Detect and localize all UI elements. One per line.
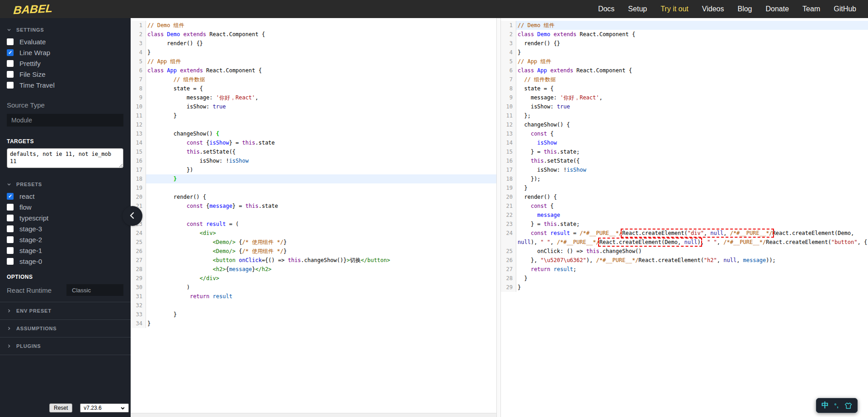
checkbox[interactable]: [7, 71, 14, 78]
code-line[interactable]: 18 }: [131, 174, 496, 183]
checkbox[interactable]: [7, 236, 14, 243]
code-line[interactable]: 24 const result = /*#__PURE__*/React.cre…: [501, 229, 868, 247]
code-line[interactable]: 6class App extends React.Component {: [131, 66, 496, 75]
code-line[interactable]: 12 changeShow() {: [501, 120, 868, 129]
code-line[interactable]: 8 state = {: [501, 84, 868, 93]
code-line[interactable]: 3 render() {}: [501, 39, 868, 48]
checkbox[interactable]: [7, 60, 14, 67]
code-line[interactable]: 13 const {: [501, 129, 868, 138]
horizontal-scrollbar[interactable]: [131, 413, 496, 417]
checkbox-row-evaluate[interactable]: Evaluate: [0, 36, 131, 47]
code-line[interactable]: 4}: [131, 48, 496, 57]
source-editor[interactable]: 1// Demo 组件2class Demo extends React.Com…: [131, 18, 496, 417]
checkbox-row-stage-3[interactable]: stage-3: [0, 223, 131, 234]
code-line[interactable]: 29 </div>: [131, 274, 496, 283]
code-line[interactable]: 25 <Demo/> {/* 使用组件 */}: [131, 238, 496, 247]
checkbox-row-stage-2[interactable]: stage-2: [0, 234, 131, 245]
code-line[interactable]: 22: [131, 211, 496, 220]
assumptions-section-header[interactable]: ASSUMPTIONS: [0, 319, 131, 337]
checkbox[interactable]: [7, 38, 14, 45]
code-line[interactable]: 30 ): [131, 283, 496, 292]
code-line[interactable]: 9 message: '你好，React',: [131, 93, 496, 102]
checkbox[interactable]: [7, 204, 14, 211]
nav-blog[interactable]: Blog: [737, 5, 752, 13]
reset-button[interactable]: Reset: [49, 403, 72, 412]
code-line[interactable]: 17 isShow: !isShow: [501, 165, 868, 174]
code-line[interactable]: 29}: [501, 283, 868, 292]
plugins-section-header[interactable]: PLUGINS: [0, 337, 131, 355]
code-line[interactable]: 32: [131, 301, 496, 310]
code-line[interactable]: 31 return result: [131, 292, 496, 301]
code-line[interactable]: 3 render() {}: [131, 39, 496, 48]
code-line[interactable]: 16 isShow: !isShow: [131, 156, 496, 165]
code-line[interactable]: 23 const result = (: [131, 220, 496, 229]
checkbox[interactable]: [7, 247, 14, 254]
env-preset-section-header[interactable]: ENV PRESET: [0, 302, 131, 319]
code-line[interactable]: 9 message: '你好，React',: [501, 93, 868, 102]
code-line[interactable]: 12: [131, 120, 496, 129]
nav-setup[interactable]: Setup: [628, 5, 647, 13]
code-line[interactable]: 2class Demo extends React.Component {: [501, 30, 868, 39]
checkbox[interactable]: [7, 49, 14, 56]
code-line[interactable]: 4}: [501, 48, 868, 57]
code-line[interactable]: 15 this.setState({: [131, 147, 496, 156]
editor-divider[interactable]: [496, 18, 501, 417]
code-line[interactable]: 10 isShow: true: [501, 102, 868, 111]
code-line[interactable]: 27 <button onClick={() => this.changeSho…: [131, 256, 496, 265]
ime-skin-shirt-icon[interactable]: [844, 402, 852, 409]
code-line[interactable]: 21 const {message} = this.state: [131, 201, 496, 211]
ime-language-button[interactable]: 中: [821, 401, 829, 410]
sidebar-collapse-button[interactable]: [123, 206, 142, 226]
code-line[interactable]: 2class Demo extends React.Component {: [131, 30, 496, 39]
checkbox[interactable]: [7, 258, 14, 265]
code-line[interactable]: 20 render() {: [131, 192, 496, 201]
source-type-select[interactable]: Module: [7, 114, 123, 127]
code-line[interactable]: 25 onClick: () => this.changeShow(): [501, 247, 868, 256]
code-line[interactable]: 28 }: [501, 274, 868, 283]
code-line[interactable]: 10 isShow: true: [131, 102, 496, 111]
checkbox[interactable]: [7, 215, 14, 221]
checkbox[interactable]: [7, 82, 14, 89]
checkbox-row-typescript[interactable]: typescript: [0, 212, 131, 223]
targets-input[interactable]: defaults, not ie 11, not ie_mob 11: [7, 148, 123, 168]
checkbox-row-prettify[interactable]: Prettify: [0, 58, 131, 69]
code-line[interactable]: 11 };: [501, 111, 868, 120]
checkbox-row-stage-0[interactable]: stage-0: [0, 256, 131, 267]
nav-videos[interactable]: Videos: [702, 5, 724, 13]
code-line[interactable]: 8 state = {: [131, 84, 496, 93]
checkbox-row-time-travel[interactable]: Time Travel: [0, 80, 131, 90]
code-line[interactable]: 1// Demo 组件: [501, 21, 868, 30]
code-line[interactable]: 20 render() {: [501, 192, 868, 201]
code-line[interactable]: 11 }: [131, 111, 496, 120]
code-line[interactable]: 5// App 组件: [501, 57, 868, 66]
babel-logo[interactable]: BABEL: [13, 1, 53, 16]
code-line[interactable]: 18 });: [501, 174, 868, 183]
code-line[interactable]: 13 changeShow() {: [131, 129, 496, 138]
code-line[interactable]: 1// Demo 组件: [131, 21, 496, 30]
nav-github[interactable]: GitHub: [834, 5, 856, 13]
code-line[interactable]: 33 }: [131, 310, 496, 319]
code-line[interactable]: 21 const {: [501, 201, 868, 211]
output-editor[interactable]: 1// Demo 组件2class Demo extends React.Com…: [501, 18, 868, 417]
code-line[interactable]: 23 } = this.state;: [501, 220, 868, 229]
code-line[interactable]: 6class App extends React.Component {: [501, 66, 868, 75]
checkbox-row-react[interactable]: react: [0, 191, 131, 201]
settings-section-header[interactable]: SETTINGS: [0, 25, 131, 34]
code-line[interactable]: 14 isShow: [501, 138, 868, 147]
presets-section-header[interactable]: PRESETS: [0, 180, 131, 189]
version-select[interactable]: v7.23.6: [80, 403, 129, 412]
code-line[interactable]: 24 <div>: [131, 229, 496, 238]
code-line[interactable]: 22 message: [501, 211, 868, 220]
code-line[interactable]: 7 // 组件数据: [131, 75, 496, 84]
code-line[interactable]: 7 // 组件数据: [501, 75, 868, 84]
checkbox-row-file-size[interactable]: File Size: [0, 69, 131, 80]
react-runtime-select[interactable]: Classic: [66, 284, 123, 296]
code-line[interactable]: 16 this.setState({: [501, 156, 868, 165]
code-line[interactable]: 26 }, "\u5207\u6362"), /*#__PURE__*/Reac…: [501, 256, 868, 265]
checkbox-row-line-wrap[interactable]: Line Wrap: [0, 47, 131, 58]
checkbox[interactable]: [7, 193, 14, 200]
nav-try-it-out[interactable]: Try it out: [660, 5, 689, 13]
code-line[interactable]: 14 const {isShow} = this.state: [131, 138, 496, 147]
code-line[interactable]: 19: [131, 183, 496, 192]
code-line[interactable]: 15 } = this.state;: [501, 147, 868, 156]
